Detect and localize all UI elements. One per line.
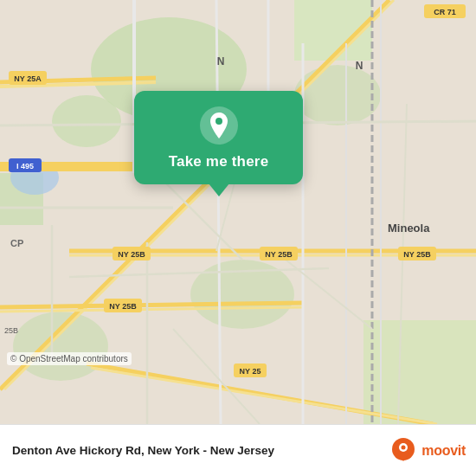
svg-text:NY 25B: NY 25B (403, 250, 431, 259)
location-icon-container (200, 106, 238, 145)
location-name: Denton Ave Hickory Rd, New York - New Je… (12, 444, 274, 457)
moovit-icon (389, 437, 417, 465)
bottom-bar: Denton Ave Hickory Rd, New York - New Je… (0, 424, 476, 476)
svg-text:25B: 25B (4, 326, 18, 335)
location-info: Denton Ave Hickory Rd, New York - New Je… (12, 444, 274, 457)
svg-text:CR 71: CR 71 (434, 8, 456, 16)
svg-point-63 (402, 445, 406, 449)
svg-point-2 (52, 95, 121, 147)
svg-text:N: N (356, 60, 363, 72)
svg-text:NY 25B: NY 25B (109, 302, 137, 311)
svg-point-4 (294, 65, 381, 125)
location-pin-icon (208, 113, 230, 138)
svg-text:I 495: I 495 (16, 162, 34, 170)
map-copyright: © OpenStreetMap contributors (7, 352, 132, 365)
svg-point-60 (215, 118, 222, 125)
svg-text:NY 25B: NY 25B (118, 250, 145, 259)
svg-text:NY 25A: NY 25A (14, 74, 42, 83)
svg-text:NY 25B: NY 25B (265, 250, 293, 259)
navigation-popup[interactable]: Take me there (134, 91, 303, 184)
svg-text:CP: CP (10, 238, 23, 248)
take-me-there-button[interactable]: Take me there (169, 153, 269, 170)
svg-text:N: N (217, 55, 225, 68)
svg-point-8 (13, 312, 108, 381)
svg-text:Mineola: Mineola (388, 222, 430, 235)
map-container: NY 25A I 495 NY 25B NY 25B NY 25B NY 25 … (0, 0, 476, 424)
moovit-logo: moovit (389, 437, 466, 465)
svg-text:NY 25: NY 25 (240, 367, 261, 376)
moovit-brand-label: moovit (421, 443, 466, 459)
